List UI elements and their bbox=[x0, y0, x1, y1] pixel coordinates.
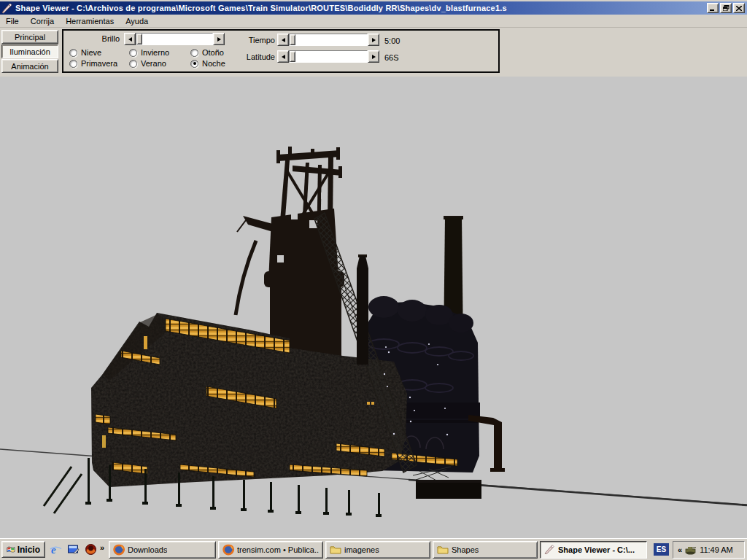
svg-text:e: e bbox=[51, 544, 56, 556]
time-track[interactable] bbox=[289, 34, 368, 46]
task-label: Shapes bbox=[452, 545, 479, 554]
task-label: Shape Viewer - C:\... bbox=[558, 545, 635, 554]
radio-primavera[interactable]: Primavera bbox=[69, 59, 117, 68]
task-trensim[interactable]: trensim.com • Publica... bbox=[218, 541, 323, 559]
latitude-value: 66S bbox=[384, 53, 399, 62]
tray-app-icon[interactable] bbox=[685, 545, 697, 555]
latitude-track[interactable] bbox=[289, 50, 368, 63]
tab-iluminacion[interactable]: Iluminación bbox=[1, 44, 58, 58]
radio-circle[interactable] bbox=[129, 60, 137, 68]
radio-circle-selected[interactable] bbox=[190, 60, 198, 68]
illumination-groupbox: Brillo Tiempo 5:00 Latitude 66S Nieve In… bbox=[62, 29, 500, 73]
start-label: Inicio bbox=[18, 545, 40, 555]
right-arrow-icon bbox=[372, 55, 376, 59]
thin-chimney bbox=[357, 254, 368, 365]
time-scroll-right[interactable] bbox=[368, 34, 379, 46]
system-tray: « 11:49 AM bbox=[673, 541, 745, 559]
close-button[interactable] bbox=[733, 3, 745, 13]
latitude-thumb[interactable] bbox=[290, 51, 295, 62]
window-title: Shape Viewer - C:\Archivos de programa\M… bbox=[15, 4, 707, 12]
title-bar: Shape Viewer - C:\Archivos de programa\M… bbox=[0, 0, 747, 15]
brightness-scroll-left[interactable] bbox=[124, 33, 136, 45]
firefox-icon bbox=[113, 544, 125, 556]
tray-collapse-chevron[interactable]: « bbox=[678, 545, 682, 554]
brush-claw-icon bbox=[544, 545, 555, 555]
radio-noche[interactable]: Noche bbox=[190, 59, 225, 68]
latitude-label: Latitude bbox=[231, 52, 275, 61]
right-arrow-icon bbox=[217, 37, 221, 42]
folder-icon bbox=[330, 544, 341, 556]
right-arrow-icon bbox=[372, 38, 376, 42]
windows-flag-icon bbox=[7, 545, 15, 555]
minimize-button[interactable] bbox=[707, 3, 719, 13]
tab-principal[interactable]: Principal bbox=[1, 30, 58, 44]
task-downloads[interactable]: Downloads bbox=[109, 541, 216, 559]
clock: 11:49 AM bbox=[700, 545, 733, 554]
app-brush-claw-icon bbox=[1, 3, 13, 14]
start-button[interactable]: Inicio bbox=[1, 541, 45, 558]
menu-ayuda[interactable]: Ayuda bbox=[120, 15, 154, 27]
task-label: Downloads bbox=[128, 545, 167, 554]
restore-button[interactable] bbox=[720, 3, 732, 13]
radio-verano[interactable]: Verano bbox=[129, 59, 166, 68]
left-arrow-icon bbox=[282, 55, 285, 59]
radio-invierno[interactable]: Invierno bbox=[129, 48, 169, 57]
time-scroll-left[interactable] bbox=[277, 34, 289, 46]
firefox-icon bbox=[222, 544, 234, 556]
menu-bar: File Corrija Herramientas Ayuda bbox=[0, 15, 747, 28]
task-label: trensim.com • Publica... bbox=[237, 545, 319, 554]
latitude-scroll-left[interactable] bbox=[277, 50, 289, 63]
radio-otono[interactable]: Otoño bbox=[190, 48, 224, 57]
latitude-scroll-right[interactable] bbox=[368, 50, 379, 63]
task-label: imagenes bbox=[344, 545, 379, 554]
radio-nieve[interactable]: Nieve bbox=[69, 48, 101, 57]
internet-explorer-icon[interactable]: e bbox=[50, 543, 62, 556]
menu-file[interactable]: File bbox=[0, 15, 25, 27]
task-imagenes[interactable]: imagenes bbox=[325, 541, 430, 559]
time-value: 5:00 bbox=[384, 36, 400, 45]
time-label: Tiempo bbox=[235, 36, 275, 44]
left-arrow-icon bbox=[282, 38, 285, 42]
task-shapes[interactable]: Shapes bbox=[433, 541, 538, 559]
folder-icon bbox=[437, 544, 449, 556]
brightness-scrollbar[interactable] bbox=[124, 33, 225, 45]
brightness-label: Brillo bbox=[74, 34, 120, 43]
time-thumb[interactable] bbox=[290, 34, 295, 45]
radio-circle[interactable] bbox=[69, 60, 77, 68]
lighting-toolbar: Principal Iluminación Animación Brillo T… bbox=[0, 28, 747, 77]
radio-circle[interactable] bbox=[190, 49, 198, 57]
desktop-window-icon[interactable] bbox=[67, 543, 80, 556]
model-viewport[interactable] bbox=[0, 77, 747, 538]
red-globe-icon[interactable] bbox=[85, 543, 97, 556]
tab-animacion[interactable]: Animación bbox=[1, 59, 58, 73]
menu-herramientas[interactable]: Herramientas bbox=[60, 15, 120, 27]
quick-launch-overflow-chevron[interactable]: » bbox=[100, 543, 104, 552]
brightness-thumb[interactable] bbox=[136, 34, 142, 44]
taskbar: Inicio e » Downloads bbox=[0, 538, 747, 560]
language-indicator[interactable]: ES bbox=[654, 543, 669, 556]
radio-circle[interactable] bbox=[129, 49, 137, 57]
time-scrollbar[interactable] bbox=[277, 34, 379, 46]
left-arrow-icon bbox=[128, 37, 132, 42]
latitude-scrollbar[interactable] bbox=[277, 50, 379, 63]
radio-circle[interactable] bbox=[69, 49, 77, 57]
task-shape-viewer[interactable]: Shape Viewer - C:\... bbox=[540, 541, 647, 559]
brightness-scroll-right[interactable] bbox=[213, 33, 225, 45]
brightness-track[interactable] bbox=[136, 33, 213, 45]
menu-corrija[interactable]: Corrija bbox=[25, 15, 60, 27]
